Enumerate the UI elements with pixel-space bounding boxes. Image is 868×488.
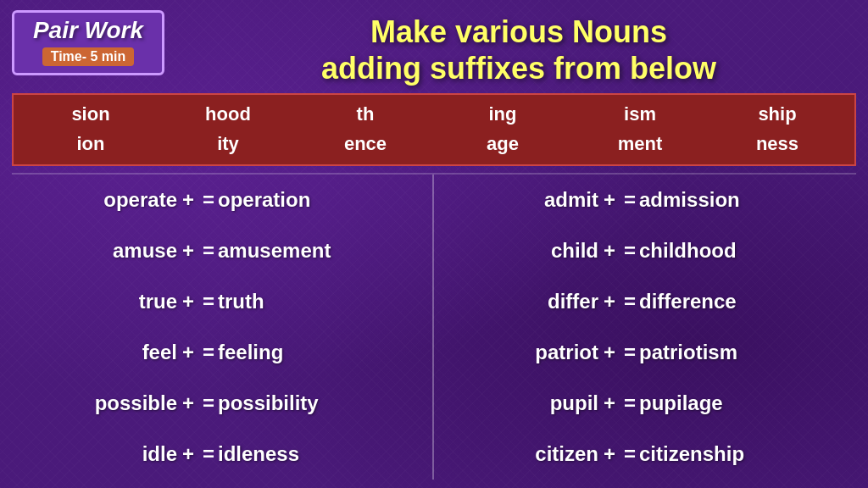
result-true: truth	[218, 290, 353, 313]
suffix-age: age	[434, 130, 571, 159]
word-base-patriot: patriot	[522, 341, 598, 364]
word-base-operate: operate	[84, 188, 177, 212]
plus-differ: +	[604, 290, 615, 313]
word-row-differ: differ + = difference	[441, 276, 856, 327]
word-row-admit: admit + = admission	[441, 175, 856, 225]
suffix-ence: ence	[297, 130, 434, 159]
equals-admit: =	[624, 188, 636, 212]
equals-child: =	[624, 239, 636, 263]
word-base-pupil: pupil	[522, 391, 598, 415]
equals-operate: =	[203, 188, 214, 212]
result-pupil: pupilage	[639, 391, 775, 415]
word-row-child: child + = childhood	[441, 225, 856, 276]
plus-pupil: +	[604, 391, 615, 415]
word-base-child: child	[522, 239, 598, 263]
result-child: childhood	[639, 239, 775, 263]
equals-true: =	[203, 290, 214, 313]
word-row-citizen: citizen + = citizenship	[441, 429, 856, 480]
page: Pair Work Time- 5 min Make various Nouns…	[0, 0, 868, 488]
title-line1: Make various Nouns	[370, 14, 667, 49]
result-feel: feeling	[218, 341, 353, 364]
plus-citizen: +	[604, 442, 615, 466]
word-base-citizen: citizen	[522, 442, 598, 466]
suffix-hood: hood	[159, 100, 297, 130]
word-base-amuse: amuse	[84, 239, 177, 263]
equals-patriot: =	[624, 341, 636, 364]
word-base-feel: feel	[84, 341, 177, 364]
result-operate: operation	[218, 188, 353, 212]
equals-idle: =	[203, 442, 214, 466]
word-base-admit: admit	[522, 188, 598, 212]
equals-differ: =	[624, 290, 636, 313]
header-title: Make various Nouns adding suffixes from …	[181, 10, 856, 86]
plus-true: +	[182, 290, 194, 313]
result-citizen: citizenship	[639, 442, 775, 466]
suffix-ship: ship	[709, 100, 846, 130]
title-line2: adding suffixes from below	[321, 51, 716, 86]
result-patriot: patriotism	[639, 341, 775, 364]
plus-child: +	[604, 239, 615, 263]
suffix-ing: ing	[434, 100, 571, 130]
word-base-possible: possible	[84, 391, 177, 415]
plus-operate: +	[182, 188, 194, 212]
main-content: operate + = operation amuse + = amusemen…	[12, 173, 856, 480]
word-row-patriot: patriot + = patriotism	[441, 327, 856, 378]
equals-amuse: =	[203, 239, 214, 263]
plus-possible: +	[182, 391, 194, 415]
plus-idle: +	[182, 442, 194, 466]
word-row-possible: possible + = possibility	[12, 378, 426, 429]
pair-work-box: Pair Work Time- 5 min	[12, 10, 164, 75]
plus-admit: +	[604, 188, 615, 212]
word-row-idle: idle + = idleness	[12, 429, 426, 480]
plus-feel: +	[182, 341, 194, 364]
word-row-pupil: pupil + = pupilage	[441, 378, 856, 429]
word-row-operate: operate + = operation	[12, 175, 426, 225]
result-amuse: amusement	[218, 239, 353, 263]
word-row-feel: feel + = feeling	[12, 327, 426, 378]
word-row-true: true + = truth	[12, 276, 426, 327]
suffix-sion: sion	[22, 100, 159, 130]
result-differ: difference	[639, 290, 775, 313]
plus-patriot: +	[604, 341, 615, 364]
header: Pair Work Time- 5 min Make various Nouns…	[12, 10, 856, 86]
plus-amuse: +	[182, 239, 194, 263]
word-row-amuse: amuse + = amusement	[12, 225, 426, 276]
suffix-th: th	[297, 100, 434, 130]
result-idle: idleness	[218, 442, 353, 466]
word-base-idle: idle	[84, 442, 177, 466]
equals-pupil: =	[624, 391, 636, 415]
word-base-true: true	[84, 290, 177, 313]
pair-work-title: Pair Work	[33, 18, 143, 44]
suffix-ism: ism	[571, 100, 709, 130]
left-column: operate + = operation amuse + = amusemen…	[12, 175, 434, 480]
suffix-ion: ion	[22, 130, 159, 159]
result-possible: possibility	[218, 391, 353, 415]
equals-feel: =	[203, 341, 214, 364]
word-base-differ: differ	[522, 290, 598, 313]
equals-possible: =	[203, 391, 214, 415]
suffixes-table: sion hood th ing ism ship ion ity ence a…	[12, 93, 856, 166]
suffix-ness: ness	[709, 130, 846, 159]
suffix-ity: ity	[159, 130, 297, 159]
equals-citizen: =	[624, 442, 636, 466]
result-admit: admission	[639, 188, 775, 212]
pair-work-time: Time- 5 min	[42, 47, 135, 66]
right-column: admit + = admission child + = childhood …	[434, 175, 856, 480]
suffix-ment: ment	[571, 130, 709, 159]
